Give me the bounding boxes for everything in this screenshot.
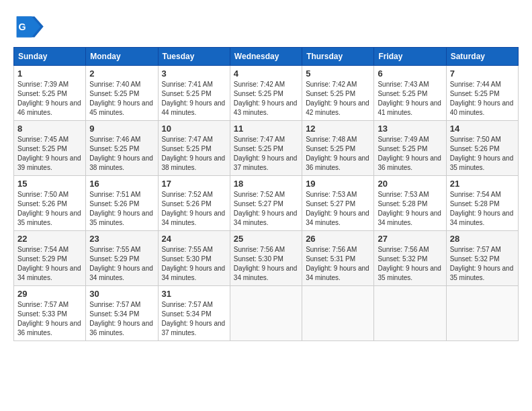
daylight-label: Daylight: 9 hours and 40 minutes. xyxy=(450,99,514,116)
day-of-week-header: Friday xyxy=(374,48,446,66)
sunset-label: Sunset: 5:25 PM xyxy=(450,90,500,97)
daylight-label: Daylight: 9 hours and 34 minutes. xyxy=(306,265,369,281)
sunset-label: Sunset: 5:25 PM xyxy=(306,90,355,97)
day-info: Sunrise: 7:42 AM Sunset: 5:25 PM Dayligh… xyxy=(234,80,298,118)
calendar-day-cell: 9 Sunrise: 7:46 AM Sunset: 5:25 PM Dayli… xyxy=(86,121,158,176)
day-number: 27 xyxy=(378,234,442,244)
day-info: Sunrise: 7:51 AM Sunset: 5:26 PM Dayligh… xyxy=(89,190,154,228)
daylight-label: Daylight: 9 hours and 44 minutes. xyxy=(162,99,226,116)
daylight-label: Daylight: 9 hours and 34 minutes. xyxy=(89,265,153,281)
sunset-label: Sunset: 5:28 PM xyxy=(450,200,500,208)
day-number: 29 xyxy=(17,289,82,299)
day-info: Sunrise: 7:57 AM Sunset: 5:34 PM Dayligh… xyxy=(89,300,154,338)
sunset-label: Sunset: 5:25 PM xyxy=(234,90,283,97)
daylight-label: Daylight: 9 hours and 34 minutes. xyxy=(234,265,298,281)
calendar-day-cell: 22 Sunrise: 7:54 AM Sunset: 5:29 PM Dayl… xyxy=(14,231,86,286)
sunset-label: Sunset: 5:25 PM xyxy=(162,90,212,97)
sunset-label: Sunset: 5:25 PM xyxy=(89,90,139,97)
day-of-week-header: Saturday xyxy=(446,48,518,66)
day-info: Sunrise: 7:48 AM Sunset: 5:25 PM Dayligh… xyxy=(306,135,370,173)
calendar-day-cell: 30 Sunrise: 7:57 AM Sunset: 5:34 PM Dayl… xyxy=(86,286,158,341)
day-number: 5 xyxy=(306,68,370,79)
sunset-label: Sunset: 5:30 PM xyxy=(162,255,212,263)
calendar-day-cell: 14 Sunrise: 7:50 AM Sunset: 5:26 PM Dayl… xyxy=(446,121,518,176)
day-number: 7 xyxy=(450,68,515,79)
day-info: Sunrise: 7:52 AM Sunset: 5:26 PM Dayligh… xyxy=(162,190,226,228)
calendar-day-cell: 21 Sunrise: 7:54 AM Sunset: 5:28 PM Dayl… xyxy=(446,176,518,231)
daylight-label: Daylight: 9 hours and 43 minutes. xyxy=(234,99,298,116)
day-info: Sunrise: 7:44 AM Sunset: 5:25 PM Dayligh… xyxy=(450,80,515,118)
day-number: 31 xyxy=(162,289,226,299)
day-of-week-header: Tuesday xyxy=(158,48,230,66)
sunrise-label: Sunrise: 7:47 AM xyxy=(162,136,213,143)
day-info: Sunrise: 7:54 AM Sunset: 5:29 PM Dayligh… xyxy=(17,245,82,283)
calendar-day-cell: 17 Sunrise: 7:52 AM Sunset: 5:26 PM Dayl… xyxy=(158,176,230,231)
day-number: 30 xyxy=(89,289,154,299)
calendar-day-cell: 3 Sunrise: 7:41 AM Sunset: 5:25 PM Dayli… xyxy=(158,66,230,121)
day-info: Sunrise: 7:57 AM Sunset: 5:33 PM Dayligh… xyxy=(17,300,82,338)
day-number: 9 xyxy=(89,124,154,134)
day-info: Sunrise: 7:43 AM Sunset: 5:25 PM Dayligh… xyxy=(378,80,442,118)
sunset-label: Sunset: 5:25 PM xyxy=(162,145,212,152)
calendar-day-cell: 5 Sunrise: 7:42 AM Sunset: 5:25 PM Dayli… xyxy=(302,66,374,121)
day-number: 20 xyxy=(378,179,442,189)
sunrise-label: Sunrise: 7:53 AM xyxy=(306,191,357,198)
daylight-label: Daylight: 9 hours and 45 minutes. xyxy=(89,99,153,116)
day-number: 18 xyxy=(234,179,298,189)
sunset-label: Sunset: 5:25 PM xyxy=(378,145,427,152)
calendar-day-cell: 23 Sunrise: 7:55 AM Sunset: 5:29 PM Dayl… xyxy=(86,231,158,286)
daylight-label: Daylight: 9 hours and 37 minutes. xyxy=(234,154,298,171)
sunset-label: Sunset: 5:32 PM xyxy=(450,255,500,263)
svg-text:G: G xyxy=(18,21,26,32)
day-of-week-header: Monday xyxy=(86,48,158,66)
sunrise-label: Sunrise: 7:56 AM xyxy=(306,246,357,253)
calendar-day-cell: 2 Sunrise: 7:40 AM Sunset: 5:25 PM Dayli… xyxy=(86,66,158,121)
daylight-label: Daylight: 9 hours and 34 minutes. xyxy=(17,265,81,281)
logo: G xyxy=(13,13,46,40)
day-info: Sunrise: 7:47 AM Sunset: 5:25 PM Dayligh… xyxy=(234,135,298,173)
calendar-day-cell: 8 Sunrise: 7:45 AM Sunset: 5:25 PM Dayli… xyxy=(14,121,86,176)
sunrise-label: Sunrise: 7:50 AM xyxy=(17,191,69,198)
daylight-label: Daylight: 9 hours and 34 minutes. xyxy=(162,265,226,281)
sunrise-label: Sunrise: 7:48 AM xyxy=(306,136,357,143)
day-info: Sunrise: 7:55 AM Sunset: 5:29 PM Dayligh… xyxy=(89,245,154,283)
day-info: Sunrise: 7:56 AM Sunset: 5:30 PM Dayligh… xyxy=(234,245,298,283)
day-info: Sunrise: 7:53 AM Sunset: 5:28 PM Dayligh… xyxy=(378,190,442,228)
daylight-label: Daylight: 9 hours and 34 minutes. xyxy=(234,210,298,226)
sunset-label: Sunset: 5:29 PM xyxy=(17,255,67,263)
logo-icon: G xyxy=(13,13,44,40)
day-info: Sunrise: 7:42 AM Sunset: 5:25 PM Dayligh… xyxy=(306,80,370,118)
calendar-header-row: SundayMondayTuesdayWednesdayThursdayFrid… xyxy=(14,48,519,66)
day-number: 14 xyxy=(450,124,515,134)
day-info: Sunrise: 7:54 AM Sunset: 5:28 PM Dayligh… xyxy=(450,190,515,228)
sunrise-label: Sunrise: 7:41 AM xyxy=(162,81,213,88)
sunset-label: Sunset: 5:25 PM xyxy=(17,145,67,152)
day-info: Sunrise: 7:49 AM Sunset: 5:25 PM Dayligh… xyxy=(378,135,442,173)
calendar-day-cell: 7 Sunrise: 7:44 AM Sunset: 5:25 PM Dayli… xyxy=(446,66,518,121)
daylight-label: Daylight: 9 hours and 34 minutes. xyxy=(162,210,226,226)
day-info: Sunrise: 7:56 AM Sunset: 5:32 PM Dayligh… xyxy=(378,245,442,283)
day-number: 12 xyxy=(306,124,370,134)
sunrise-label: Sunrise: 7:42 AM xyxy=(306,81,357,88)
day-number: 6 xyxy=(378,68,442,79)
calendar-day-cell: 29 Sunrise: 7:57 AM Sunset: 5:33 PM Dayl… xyxy=(14,286,86,341)
day-info: Sunrise: 7:57 AM Sunset: 5:34 PM Dayligh… xyxy=(162,300,226,338)
daylight-label: Daylight: 9 hours and 35 minutes. xyxy=(450,265,514,281)
sunrise-label: Sunrise: 7:55 AM xyxy=(89,246,140,253)
day-info: Sunrise: 7:46 AM Sunset: 5:25 PM Dayligh… xyxy=(89,135,154,173)
day-info: Sunrise: 7:52 AM Sunset: 5:27 PM Dayligh… xyxy=(234,190,298,228)
sunset-label: Sunset: 5:29 PM xyxy=(89,255,139,263)
calendar-week-row: 15 Sunrise: 7:50 AM Sunset: 5:26 PM Dayl… xyxy=(14,176,519,231)
daylight-label: Daylight: 9 hours and 36 minutes. xyxy=(17,320,81,336)
daylight-label: Daylight: 9 hours and 41 minutes. xyxy=(378,99,441,116)
sunrise-label: Sunrise: 7:56 AM xyxy=(378,246,429,253)
daylight-label: Daylight: 9 hours and 34 minutes. xyxy=(450,210,514,226)
sunrise-label: Sunrise: 7:57 AM xyxy=(89,301,140,308)
sunset-label: Sunset: 5:26 PM xyxy=(89,200,139,208)
sunrise-label: Sunrise: 7:55 AM xyxy=(162,246,213,253)
day-number: 26 xyxy=(306,234,370,244)
daylight-label: Daylight: 9 hours and 36 minutes. xyxy=(378,154,441,171)
calendar-day-cell: 6 Sunrise: 7:43 AM Sunset: 5:25 PM Dayli… xyxy=(374,66,446,121)
day-number: 24 xyxy=(162,234,226,244)
sunset-label: Sunset: 5:25 PM xyxy=(234,145,283,152)
